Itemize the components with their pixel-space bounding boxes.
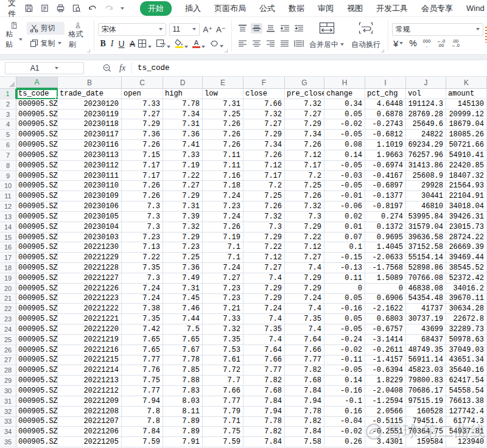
cell-K13[interactable]: 39426.31 xyxy=(446,212,487,222)
cell-G10[interactable]: 7.25 xyxy=(285,181,324,191)
cell-E12[interactable]: 7.23 xyxy=(203,201,244,212)
quick-access-caret[interactable] xyxy=(121,7,124,10)
cell-K33[interactable]: 61774.3 xyxy=(446,417,487,427)
cell-E3[interactable]: 7.25 xyxy=(203,110,244,120)
cell-B15[interactable]: 20230103 xyxy=(58,233,122,243)
cell-I19[interactable]: 1.5089 xyxy=(365,273,406,284)
cell-K5[interactable]: 18085.26 xyxy=(446,130,487,140)
cell-E5[interactable]: 7.26 xyxy=(203,130,244,140)
cell-D20[interactable]: 7.31 xyxy=(163,284,203,294)
cell-K12[interactable]: 34018.04 xyxy=(446,201,487,212)
row-header-12[interactable]: 12 xyxy=(0,201,16,212)
cell-H30[interactable]: -0.16 xyxy=(324,386,365,396)
cell-I14[interactable]: 0.1372 xyxy=(365,222,406,233)
cell-A15[interactable]: 000905.SZ xyxy=(16,233,58,243)
cell-A21[interactable]: 000905.SZ xyxy=(16,294,58,304)
cell-E16[interactable]: 7.1 xyxy=(203,242,244,253)
cell-B10[interactable]: 20230110 xyxy=(58,181,122,191)
cell-I15[interactable]: 0.9695 xyxy=(365,233,406,243)
cell-I17[interactable]: -2.0633 xyxy=(365,253,406,263)
fill-color-button[interactable] xyxy=(175,39,188,48)
group-expander[interactable] xyxy=(225,49,228,52)
cell-C15[interactable]: 7.23 xyxy=(122,233,163,243)
cell-B26[interactable]: 20221216 xyxy=(58,345,122,355)
cell-C4[interactable]: 7.29 xyxy=(122,119,163,130)
cell-F21[interactable]: 7.29 xyxy=(244,294,285,304)
cell-F9[interactable]: 7.17 xyxy=(244,171,285,181)
cell-K27[interactable]: 43651.34 xyxy=(446,355,487,366)
cell-A7[interactable]: 000905.SZ xyxy=(16,150,58,161)
cell-D24[interactable]: 7.5 xyxy=(163,324,203,335)
cell-J20[interactable]: 46838.08 xyxy=(406,284,446,294)
row-header-10[interactable]: 10 xyxy=(0,181,16,191)
cell-A5[interactable]: 000905.SZ xyxy=(16,130,58,140)
cell-C34[interactable]: 7.84 xyxy=(122,427,163,437)
cell-J33[interactable]: 79451.6 xyxy=(406,417,446,427)
cell-D30[interactable]: 7.83 xyxy=(163,386,203,396)
cell-K16[interactable]: 26669.39 xyxy=(446,242,487,253)
column-header-F[interactable]: F xyxy=(244,77,285,89)
column-header-A[interactable]: A xyxy=(16,77,58,89)
cell-I27[interactable]: -1.4157 xyxy=(365,355,406,366)
cell-J31[interactable]: 97515.19 xyxy=(406,396,446,407)
row-header-11[interactable]: 11 xyxy=(0,191,16,201)
cell-F25[interactable]: 7.4 xyxy=(244,335,285,345)
cell-C31[interactable]: 7.94 xyxy=(122,396,163,407)
cell-G28[interactable]: 7.82 xyxy=(285,365,324,376)
cell-H10[interactable]: -0.05 xyxy=(324,181,365,191)
cell-D21[interactable]: 7.45 xyxy=(163,294,203,304)
cell-E7[interactable]: 7.11 xyxy=(203,150,244,161)
cell-C24[interactable]: 7.42 xyxy=(122,324,163,335)
cell-J22[interactable]: 41737 xyxy=(406,304,446,314)
cell-D10[interactable]: 7.27 xyxy=(163,181,203,191)
cell-F20[interactable]: 7.29 xyxy=(244,284,285,294)
cell-F4[interactable]: 7.27 xyxy=(244,119,285,130)
cell-G20[interactable]: 7.29 xyxy=(285,284,324,294)
cell-I32[interactable]: 2.0566 xyxy=(365,407,406,417)
cell-E4[interactable]: 7.26 xyxy=(203,119,244,130)
cell-H28[interactable]: -0.05 xyxy=(324,365,365,376)
cell-A32[interactable]: 000905.SZ xyxy=(16,407,58,417)
align-left-icon[interactable] xyxy=(237,38,248,49)
cell-J12[interactable]: 46810 xyxy=(406,201,446,212)
cell-D23[interactable]: 7.44 xyxy=(163,314,203,324)
cell-I34[interactable]: -0.2551 xyxy=(365,427,406,437)
zoom-out-icon[interactable] xyxy=(102,63,112,73)
row-header-22[interactable]: 22 xyxy=(0,304,16,314)
cell-G34[interactable]: 7.84 xyxy=(285,427,324,437)
cell-H31[interactable]: -0.1 xyxy=(324,396,365,407)
cell-K35[interactable]: 123940 xyxy=(446,437,487,447)
cell-D11[interactable]: 7.29 xyxy=(163,191,203,201)
cell-C23[interactable]: 7.35 xyxy=(122,314,163,324)
cell-B28[interactable]: 20221214 xyxy=(58,365,122,376)
cell-E28[interactable]: 7.72 xyxy=(203,365,244,376)
cell-F26[interactable]: 7.64 xyxy=(244,345,285,355)
cell-C21[interactable]: 7.24 xyxy=(122,294,163,304)
cell-G21[interactable]: 7.24 xyxy=(285,294,324,304)
cell-E33[interactable]: 7.71 xyxy=(203,417,244,427)
cell-B5[interactable]: 20230117 xyxy=(58,130,122,140)
font-family-select[interactable]: 宋体 xyxy=(98,23,166,36)
cell-K21[interactable]: 39670.11 xyxy=(446,294,487,304)
cell-J15[interactable]: 39636.58 xyxy=(406,233,446,243)
cell-D6[interactable]: 7.41 xyxy=(163,140,203,150)
cell-F12[interactable]: 7.26 xyxy=(244,201,285,212)
cell-K24[interactable]: 32289.73 xyxy=(446,324,487,335)
column-header-C[interactable]: C xyxy=(122,77,163,89)
undo-icon[interactable] xyxy=(88,4,97,13)
tab-insert[interactable]: 插入 xyxy=(185,3,201,14)
cell-D34[interactable]: 7.89 xyxy=(163,427,203,437)
cell-G25[interactable]: 7.64 xyxy=(285,335,324,345)
cell-B24[interactable]: 20221220 xyxy=(58,324,122,335)
column-header-D[interactable]: D xyxy=(163,77,203,89)
cell-A34[interactable]: 000905.SZ xyxy=(16,427,58,437)
cell-H26[interactable]: -0.02 xyxy=(324,345,365,355)
tab-member[interactable]: 会员专享 xyxy=(421,3,453,14)
cell-F6[interactable]: 7.34 xyxy=(244,140,285,150)
cell-I26[interactable]: -0.2611 xyxy=(365,345,406,355)
cell-K2[interactable]: 145130 xyxy=(446,99,487,110)
align-middle-icon[interactable] xyxy=(251,23,262,33)
cell-D27[interactable]: 7.78 xyxy=(163,355,203,366)
row-header-30[interactable]: 30 xyxy=(0,386,16,396)
cell-B4[interactable]: 20230118 xyxy=(58,119,122,130)
